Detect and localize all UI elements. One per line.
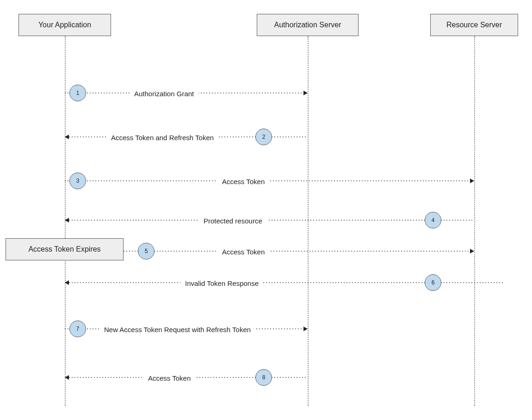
step-number: 8 (262, 374, 266, 381)
svg-marker-13 (303, 327, 308, 331)
arrow-step-3 (65, 178, 474, 184)
svg-marker-7 (65, 218, 69, 222)
svg-marker-15 (65, 375, 69, 380)
participant-resource-server: Resource Server (430, 14, 518, 36)
step-number: 5 (145, 248, 148, 254)
svg-marker-5 (470, 179, 474, 183)
svg-marker-11 (65, 280, 69, 285)
step-number: 3 (76, 178, 80, 184)
message-label-1: Authorization Grant (130, 88, 198, 99)
step-number: 1 (76, 90, 80, 96)
svg-marker-1 (303, 91, 308, 95)
lifeline-resource-server (474, 36, 475, 406)
participant-your-application: Your Application (19, 14, 111, 36)
message-label-5: Access Token (217, 246, 269, 258)
arrow-step-4 (65, 217, 474, 223)
step-circle-1: 1 (69, 85, 86, 101)
message-label-7: New Access Token Request with Refresh To… (99, 324, 255, 335)
note-access-token-expires: Access Token Expires (6, 238, 124, 260)
step-circle-3: 3 (69, 173, 86, 189)
step-circle-8: 8 (255, 369, 272, 386)
message-label-8: Access Token (143, 372, 195, 384)
message-label-2: Access Token and Refresh Token (106, 132, 218, 143)
step-circle-4: 4 (425, 212, 441, 229)
participant-authorization-server: Authorization Server (257, 14, 359, 36)
step-circle-6: 6 (425, 274, 441, 291)
participant-label: Resource Server (446, 21, 502, 29)
step-number: 6 (432, 279, 435, 286)
step-number: 7 (76, 326, 80, 332)
message-label-6: Invalid Token Response (180, 278, 263, 289)
step-number: 2 (262, 134, 266, 140)
step-number: 4 (432, 217, 435, 223)
step-circle-7: 7 (69, 321, 86, 337)
svg-marker-9 (470, 249, 474, 253)
participant-label: Your Application (38, 21, 91, 29)
note-label: Access Token Expires (28, 245, 100, 253)
svg-marker-3 (65, 135, 69, 139)
message-label-4: Protected resource (199, 215, 267, 227)
step-circle-5: 5 (138, 243, 155, 259)
message-label-3: Access Token (217, 176, 269, 187)
arrow-step-5 (124, 248, 474, 254)
participant-label: Authorization Server (274, 21, 341, 29)
step-circle-2: 2 (255, 129, 272, 145)
